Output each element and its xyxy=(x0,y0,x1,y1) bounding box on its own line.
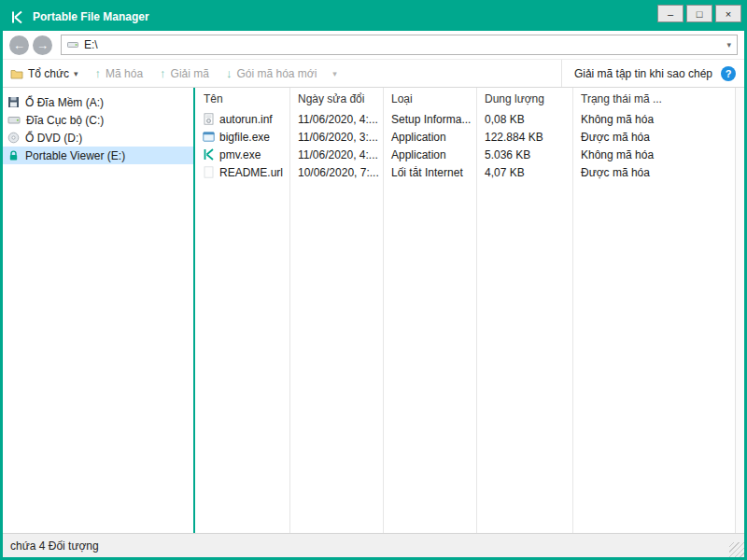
file-name: bigfile.exe xyxy=(219,131,270,144)
file-modified: 10/06/2020, 7:... xyxy=(289,166,383,179)
toolbar: Tổ chức ▾ ↑ Mã hóa ↑ Giải mã ↓ Gói mã hó… xyxy=(3,59,744,88)
exe-file-icon xyxy=(203,131,215,143)
column-header-size[interactable]: Dung lượng xyxy=(476,92,572,105)
organize-label: Tổ chức xyxy=(28,67,69,80)
sidebar-item-label: Portable Viewer (E:) xyxy=(25,149,125,162)
help-icon[interactable]: ? xyxy=(721,66,736,81)
main-area: Ổ Đĩa Mềm (A:) Đĩa Cục bộ (C:) Ổ DVD (D:… xyxy=(3,88,744,533)
column-header-row: Tên Ngày sửa đổi Loại Dung lượng Trạng t… xyxy=(195,88,735,110)
decrypt-arrow-icon: ↑ xyxy=(160,67,166,79)
floppy-disk-icon xyxy=(7,96,20,108)
vertical-scrollbar[interactable] xyxy=(735,88,744,533)
kaspersky-k-icon xyxy=(203,148,215,161)
column-divider xyxy=(289,88,290,533)
file-name-cell: bigfile.exe xyxy=(195,131,289,144)
file-size: 5.036 KB xyxy=(476,148,572,161)
file-size: 0,08 KB xyxy=(476,113,572,126)
column-header-name[interactable]: Tên xyxy=(195,92,289,105)
url-file-icon xyxy=(203,166,215,178)
column-header-modified[interactable]: Ngày sửa đổi xyxy=(289,92,383,105)
inf-file-icon xyxy=(203,113,215,125)
sidebar-item-label: Ổ DVD (D:) xyxy=(25,132,82,145)
file-type: Lối tắt Internet xyxy=(383,166,476,179)
file-status: Không mã hóa xyxy=(572,113,735,126)
file-size: 4,07 KB xyxy=(476,166,572,179)
file-size: 122.884 KB xyxy=(476,131,572,144)
column-divider xyxy=(572,88,573,533)
file-status: Được mã hóa xyxy=(572,131,735,144)
file-modified: 11/06/2020, 4:... xyxy=(289,113,383,126)
encrypt-arrow-icon: ↑ xyxy=(95,67,102,79)
column-header-status[interactable]: Trạng thái mã ... xyxy=(572,92,735,105)
status-bar: chứa 4 Đối tượng xyxy=(3,533,744,557)
sidebar-item-local-disk-c[interactable]: Đĩa Cục bộ (C:) xyxy=(3,111,193,129)
new-package-button[interactable]: ↓ Gói mã hóa mới ▾ xyxy=(226,67,337,80)
table-row[interactable]: pmv.exe 11/06/2020, 4:... Application 5.… xyxy=(195,146,735,163)
caret-down-icon: ▾ xyxy=(74,69,78,78)
address-dropdown-icon[interactable]: ▾ xyxy=(726,40,731,49)
new-package-arrow-icon: ↓ xyxy=(226,67,233,79)
hard-drive-icon xyxy=(7,114,21,126)
file-list: Tên Ngày sửa đổi Loại Dung lượng Trạng t… xyxy=(195,88,735,533)
titlebar[interactable]: Portable File Manager – □ × xyxy=(3,3,744,31)
file-type: Application xyxy=(383,131,476,144)
file-name-cell: pmv.exe xyxy=(195,148,289,161)
table-row[interactable]: README.url 10/06/2020, 7:... Lối tắt Int… xyxy=(195,163,735,181)
file-status: Được mã hóa xyxy=(572,166,735,179)
table-row[interactable]: autorun.inf 11/06/2020, 4:... Setup Info… xyxy=(195,110,735,128)
sidebar-item-dvd-d[interactable]: Ổ DVD (D:) xyxy=(3,129,193,147)
file-modified: 11/06/2020, 3:... xyxy=(289,131,383,144)
new-package-menu-caret-icon[interactable]: ▾ xyxy=(332,69,337,78)
file-status: Không mã hóa xyxy=(572,148,735,161)
status-text: chứa 4 Đối tượng xyxy=(10,539,99,553)
back-button[interactable]: ← xyxy=(9,35,29,55)
close-button[interactable]: × xyxy=(715,5,741,22)
dvd-disc-icon xyxy=(7,132,20,144)
file-name-cell: autorun.inf xyxy=(195,113,289,126)
file-name: README.url xyxy=(219,166,283,179)
folder-icon xyxy=(10,68,23,79)
encrypt-label: Mã hóa xyxy=(106,67,143,80)
file-name-cell: README.url xyxy=(195,166,289,179)
decrypt-button[interactable]: ↑ Giải mã xyxy=(160,67,209,80)
sidebar-item-label: Ổ Đĩa Mềm (A:) xyxy=(25,96,104,109)
drive-icon xyxy=(67,40,78,49)
file-name: autorun.inf xyxy=(219,113,273,126)
address-text: E:\ xyxy=(84,38,98,51)
sidebar-item-label: Đĩa Cục bộ (C:) xyxy=(26,114,104,127)
decrypt-on-copy-label[interactable]: Giải mã tập tin khi sao chép xyxy=(574,67,712,80)
window-title: Portable File Manager xyxy=(33,10,149,23)
sidebar-item-floppy-a[interactable]: Ổ Đĩa Mềm (A:) xyxy=(3,93,193,111)
drive-sidebar: Ổ Đĩa Mềm (A:) Đĩa Cục bộ (C:) Ổ DVD (D:… xyxy=(3,88,193,533)
maximize-button[interactable]: □ xyxy=(686,5,712,22)
file-modified: 11/06/2020, 4:... xyxy=(289,148,383,161)
decrypt-label: Giải mã xyxy=(171,67,209,80)
file-type: Setup Informa... xyxy=(383,113,476,126)
file-type: Application xyxy=(383,148,476,161)
file-name: pmv.exe xyxy=(219,148,261,161)
window-controls: – □ × xyxy=(657,3,744,22)
column-divider xyxy=(383,88,384,533)
address-bar[interactable]: E:\ ▾ xyxy=(61,35,738,55)
table-row[interactable]: bigfile.exe 11/06/2020, 3:... Applicatio… xyxy=(195,128,735,146)
lock-icon xyxy=(7,149,20,161)
column-header-type[interactable]: Loại xyxy=(383,92,476,105)
column-divider xyxy=(476,88,477,533)
kaspersky-logo-icon xyxy=(10,10,24,24)
portable-file-manager-window: Portable File Manager – □ × ← → E:\ ▾ Tổ… xyxy=(0,0,747,560)
navigation-bar: ← → E:\ ▾ xyxy=(3,31,744,59)
minimize-button[interactable]: – xyxy=(657,5,684,22)
resize-grip[interactable] xyxy=(729,542,744,557)
encrypt-button[interactable]: ↑ Mã hóa xyxy=(95,67,144,80)
organize-button[interactable]: Tổ chức ▾ xyxy=(10,67,78,80)
toolbar-right-section: Giải mã tập tin khi sao chép ? xyxy=(561,60,744,87)
new-package-label: Gói mã hóa mới xyxy=(236,67,317,80)
sidebar-item-portable-viewer-e[interactable]: Portable Viewer (E:) xyxy=(3,147,193,164)
forward-button[interactable]: → xyxy=(33,35,52,55)
